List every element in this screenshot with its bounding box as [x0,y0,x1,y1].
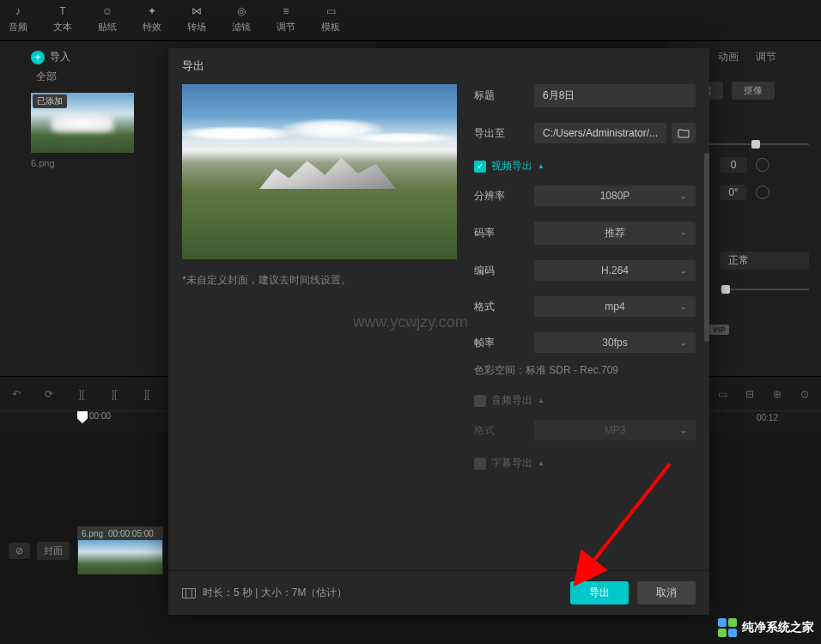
adjust-icon: ≡ [277,3,295,19]
sticker-icon: ☺ [99,3,116,19]
tl-right-group: ▭ ⊟ ⊕ ⊙ [715,386,812,402]
effect-icon: ✦ [143,3,161,19]
format-row: 格式 mp4 [474,296,696,317]
footer-buttons: 导出 取消 [570,581,696,605]
clip-name: 6.png [82,529,103,538]
caret-icon: ▲ [538,397,544,404]
fps-row: 帧率 30fps [474,332,696,353]
footer-info: 时长：5 秒 | 大小：7M（估计） [182,586,347,600]
title-input[interactable]: 6月8日 [534,84,696,107]
playhead[interactable]: 00:00 [77,411,88,423]
vip-badge: VIP [709,325,729,335]
export-body: *未自定义封面，建议去时间线设置。 标题 6月8日 导出至 C:/Users/A… [168,84,709,570]
blend-value[interactable]: 正常 [720,252,809,270]
subtab-cutout[interactable]: 抠像 [732,82,775,100]
tl-tool2-icon[interactable]: ⊟ [742,386,757,402]
export-form: 标题 6月8日 导出至 C:/Users/Administrator/... ✓… [474,84,709,570]
reset-icon[interactable] [756,185,769,199]
audio-format-row: 格式 MP3 [474,420,696,440]
bitrate-row: 码率 推荐 [474,222,696,245]
audio-format-label: 格式 [474,423,534,438]
fps-select[interactable]: 30fps [534,332,696,353]
caret-icon: ▲ [538,459,544,467]
export-button[interactable]: 导出 [570,581,629,605]
format-select[interactable]: mp4 [534,296,696,317]
export-footer: 时长：5 秒 | 大小：7M（估计） 导出 取消 [168,570,709,615]
audio-section-label: 音频导出 [491,393,532,408]
toolbar-audio-label: 音频 [9,21,27,33]
tab-animation[interactable]: 动画 [718,50,739,64]
text-icon: T [54,3,71,19]
media-thumb[interactable]: 已添加 6.png [31,93,134,168]
toolbar-adjust-label: 调节 [277,21,295,33]
x-value[interactable]: 0 [720,157,747,173]
tl-tool1-icon[interactable]: ▭ [715,386,730,402]
timeline-clip[interactable]: 6.png 00:00:05:00 [77,526,163,574]
toolbar-sticker[interactable]: ☺贴纸 [98,0,117,33]
toolbar-template[interactable]: ▭模板 [321,0,340,33]
clip-thumb [78,540,162,574]
resolution-select[interactable]: 1080P [534,185,696,206]
browse-button[interactable] [672,123,696,143]
caret-icon: ▲ [538,162,544,170]
checkbox-on-icon[interactable]: ✓ [474,161,486,173]
thumb-image: 已添加 [31,93,134,153]
colorspace-text: 色彩空间：标准 SDR - Rec.709 [474,363,696,378]
rotation-value[interactable]: 0° [720,185,747,200]
playhead-handle-icon[interactable] [77,411,88,423]
toolbar-effect-label: 特效 [143,21,161,33]
transition-icon: ⋈ [188,3,205,19]
top-toolbar: ♪音频 T文本 ☺贴纸 ✦特效 ⋈转场 ◎滤镜 ≡调节 ▭模板 [0,0,821,41]
tl-tool4-icon[interactable]: ⊙ [797,386,812,402]
mute-icon[interactable]: ⊘ [9,543,30,559]
undo-icon[interactable]: ↶ [9,386,24,402]
path-row: 导出至 C:/Users/Administrator/... [474,123,696,143]
film-icon [182,588,196,598]
split3-icon[interactable]: ][ [139,386,155,402]
toolbar-sticker-label: 贴纸 [98,21,117,33]
fps-label: 帧率 [474,336,534,350]
toolbar-effect[interactable]: ✦特效 [143,0,161,33]
tl-tool3-icon[interactable]: ⊕ [769,386,785,402]
toolbar-transition[interactable]: ⋈转场 [187,0,206,33]
clip-duration: 00:00:05:00 [108,529,154,538]
toolbar-text-label: 文本 [53,21,72,33]
playhead-time: 00:00 [89,411,111,421]
audio-export-section[interactable]: 音频导出 ▲ [474,393,696,408]
cover-button[interactable]: 封面 [37,542,70,560]
codec-label: 编码 [474,264,534,278]
slider-thumb[interactable] [721,285,730,294]
toolbar-text[interactable]: T文本 [53,0,72,33]
title-row: 标题 6月8日 [474,84,696,107]
split-icon[interactable]: ][ [74,386,89,402]
audio-format-select: MP3 [534,420,696,440]
toolbar-template-label: 模板 [321,21,340,33]
toolbar-filter[interactable]: ◎滤镜 [232,0,251,33]
path-label: 导出至 [474,126,534,141]
subtitle-export-section[interactable]: 字幕导出 ▲ [474,456,696,471]
thumb-filename: 6.png [31,158,134,168]
format-label: 格式 [474,300,534,314]
cancel-button[interactable]: 取消 [637,581,696,605]
slider-thumb[interactable] [751,140,760,149]
export-preview-column: *未自定义封面，建议去时间线设置。 [182,84,457,570]
tab-adjust[interactable]: 调节 [756,50,776,64]
split2-icon[interactable]: ][ [106,386,122,402]
toolbar-audio[interactable]: ♪音频 [9,0,27,33]
video-export-section[interactable]: ✓ 视频导出 ▲ [474,159,696,173]
checkbox-off-icon[interactable] [474,458,486,470]
bitrate-select[interactable]: 推荐 [534,222,696,245]
redo-icon[interactable]: ⟳ [41,386,57,402]
music-icon: ♪ [9,3,27,19]
footer-info-text: 时长：5 秒 | 大小：7M（估计） [203,586,347,600]
title-label: 标题 [474,88,534,103]
opacity-slider[interactable] [720,289,809,290]
reset-icon[interactable] [756,158,769,172]
ruler-mark: 00:12 [757,413,778,422]
codec-select[interactable]: H.264 [534,260,696,281]
scrollbar[interactable] [704,153,709,342]
toolbar-adjust[interactable]: ≡调节 [277,0,295,33]
clip-header: 6.png 00:00:05:00 [78,527,162,540]
checkbox-off-icon[interactable] [474,395,486,407]
path-input[interactable]: C:/Users/Administrator/... [534,123,666,143]
